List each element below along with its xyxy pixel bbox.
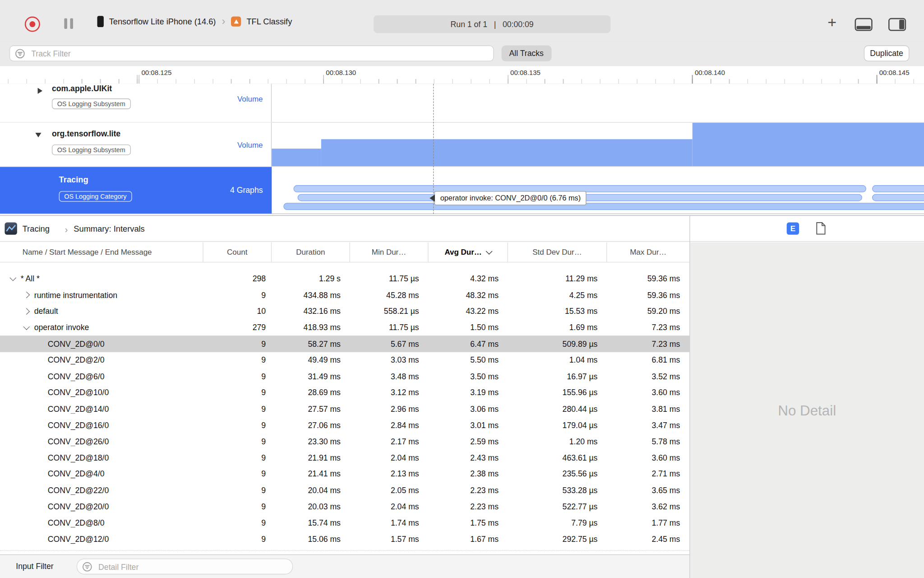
document-icon[interactable] bbox=[816, 222, 827, 238]
track-filter-field[interactable] bbox=[9, 46, 494, 61]
row-count: 9 bbox=[203, 340, 272, 349]
all-tracks-button[interactable]: All Tracks bbox=[502, 46, 551, 61]
table-row[interactable]: CONV_2D@0/0 9 58.27 ms 5.67 ms 6.47 ms 5… bbox=[0, 336, 689, 352]
device-target-selector[interactable]: Tensorflow Lite iPhone (14.6) › TFL Clas… bbox=[97, 13, 292, 30]
column-header-max[interactable]: Max Dur… bbox=[607, 242, 689, 262]
track-lane-tensorflow[interactable] bbox=[272, 123, 924, 167]
row-count: 9 bbox=[203, 405, 272, 414]
table-row[interactable]: CONV_2D@12/0 9 15.06 ms 1.57 ms 1.67 ms … bbox=[0, 531, 689, 547]
row-stddev-duration: 533.28 µs bbox=[508, 486, 607, 495]
row-stddev-duration: 7.79 µs bbox=[508, 518, 607, 527]
input-filter-label[interactable]: Input Filter bbox=[16, 555, 53, 578]
row-disclosure-icon[interactable] bbox=[23, 308, 30, 315]
row-name: CONV_2D@20/0 bbox=[48, 502, 109, 511]
row-disclosure-icon[interactable] bbox=[23, 292, 30, 298]
row-min-duration: 2.84 ms bbox=[350, 421, 429, 430]
column-header-duration[interactable]: Duration bbox=[272, 242, 350, 262]
device-name: Tensorflow Lite iPhone (14.6) bbox=[109, 17, 216, 26]
bottom-pane-toggle-button[interactable] bbox=[855, 18, 873, 33]
record-button[interactable] bbox=[25, 17, 40, 32]
table-row[interactable]: CONV_2D@4/0 9 21.41 ms 2.13 ms 2.38 ms 2… bbox=[0, 466, 689, 482]
bottom-bar: Input Filter bbox=[0, 555, 689, 578]
interval-bar[interactable] bbox=[872, 185, 924, 192]
disclosure-triangle-icon[interactable] bbox=[35, 133, 41, 137]
detail-filter-field[interactable] bbox=[77, 559, 293, 574]
row-duration: 434.88 ms bbox=[272, 291, 350, 300]
column-header-name[interactable]: Name / Start Message / End Message bbox=[0, 242, 203, 262]
breadcrumb-page[interactable]: Summary: Intervals bbox=[74, 216, 145, 242]
duplicate-button[interactable]: Duplicate bbox=[864, 46, 910, 61]
table-row[interactable]: CONV_2D@2/0 9 49.49 ms 3.03 ms 5.50 ms 1… bbox=[0, 352, 689, 368]
track-header-tracing[interactable]: Tracing OS Logging Category 4 Graphs bbox=[0, 167, 272, 214]
filter-icon bbox=[15, 48, 26, 61]
right-pane-toggle-button[interactable] bbox=[888, 18, 906, 33]
row-name: CONV_2D@14/0 bbox=[48, 405, 109, 414]
ruler-label: 00:08.130 bbox=[326, 69, 356, 76]
record-icon bbox=[29, 21, 35, 27]
table-row[interactable]: CONV_2D@22/0 9 20.04 ms 2.05 ms 2.23 ms … bbox=[0, 482, 689, 499]
row-count: 9 bbox=[203, 535, 272, 544]
table-row[interactable]: CONV_2D@6/0 9 31.49 ms 3.48 ms 3.50 ms 1… bbox=[0, 368, 689, 385]
track-header-uikit[interactable]: com.apple.UIKit OS Logging Subsystem Vol… bbox=[0, 84, 272, 122]
table-row[interactable]: CONV_2D@20/0 9 20.03 ms 2.04 ms 2.23 ms … bbox=[0, 499, 689, 515]
track-filter-input[interactable] bbox=[30, 46, 490, 62]
time-ruler[interactable]: 00:08.125 00:08.130 00:08.135 00:08.140 … bbox=[0, 66, 924, 84]
row-count: 9 bbox=[203, 421, 272, 430]
run-status: Run 1 of 1 | 00:00:09 bbox=[374, 15, 610, 33]
table-row[interactable]: CONV_2D@16/0 9 27.06 ms 2.84 ms 3.01 ms … bbox=[0, 417, 689, 434]
row-stddev-duration: 155.96 µs bbox=[508, 388, 607, 397]
table-body: * All * 298 1.29 s 11.75 µs 4.32 ms 11.2… bbox=[0, 262, 689, 555]
row-min-duration: 3.12 ms bbox=[350, 388, 429, 397]
table-row[interactable]: CONV_2D@8/0 9 15.74 ms 1.74 ms 1.75 ms 7… bbox=[0, 515, 689, 531]
breadcrumb-root[interactable]: Tracing bbox=[23, 216, 50, 242]
track-lane-tracing[interactable]: operator invoke: CONV_2D@0/0 (6.76 ms) bbox=[272, 167, 924, 214]
row-name-cell: operator invoke bbox=[0, 323, 203, 332]
row-name-cell: CONV_2D@12/0 bbox=[0, 535, 203, 544]
table-row[interactable]: * All * 298 1.29 s 11.75 µs 4.32 ms 11.2… bbox=[0, 271, 689, 287]
row-name-cell: CONV_2D@8/0 bbox=[0, 518, 203, 527]
column-header-min[interactable]: Min Dur… bbox=[350, 242, 429, 262]
track-lane-uikit[interactable] bbox=[272, 84, 924, 122]
ruler-label: 00:08.135 bbox=[510, 69, 541, 76]
table-row[interactable]: runtime instrumentation 9 434.88 ms 45.2… bbox=[0, 287, 689, 303]
sort-chevron-icon bbox=[485, 247, 492, 254]
table-row[interactable]: operator invoke 279 418.93 ms 11.75 µs 1… bbox=[0, 320, 689, 336]
toolbar: Tensorflow Lite iPhone (14.6) › TFL Clas… bbox=[0, 0, 924, 42]
table-row[interactable]: CONV_2D@18/0 9 21.91 ms 2.04 ms 2.43 ms … bbox=[0, 450, 689, 466]
column-header-stddev[interactable]: Std Dev Dur… bbox=[508, 242, 607, 262]
ruler-label: 00:08.125 bbox=[141, 69, 171, 76]
track-row-uikit: com.apple.UIKit OS Logging Subsystem Vol… bbox=[0, 84, 924, 122]
table-row[interactable]: default 10 432.16 ms 558.21 µs 43.22 ms … bbox=[0, 303, 689, 320]
row-name: default bbox=[34, 307, 58, 316]
table-row[interactable]: CONV_2D@10/0 9 28.69 ms 3.12 ms 3.19 ms … bbox=[0, 385, 689, 401]
row-avg-duration: 1.67 ms bbox=[429, 535, 508, 544]
column-header-avg[interactable]: Avg Dur… bbox=[429, 242, 508, 262]
row-name: CONV_2D@26/0 bbox=[48, 437, 109, 446]
row-name-cell: runtime instrumentation bbox=[0, 291, 203, 300]
row-disclosure-icon[interactable] bbox=[9, 275, 16, 281]
pane-divider[interactable] bbox=[689, 215, 690, 578]
column-header-count[interactable]: Count bbox=[203, 242, 272, 262]
table-row[interactable]: CONV_2D@14/0 9 27.57 ms 2.96 ms 3.06 ms … bbox=[0, 401, 689, 417]
add-instrument-button[interactable]: + bbox=[824, 14, 841, 31]
expanded-detail-button[interactable]: E bbox=[787, 222, 799, 234]
pause-button[interactable] bbox=[64, 18, 74, 29]
row-name-cell: CONV_2D@16/0 bbox=[0, 421, 203, 430]
filter-bar: All Tracks Duplicate bbox=[0, 41, 924, 66]
instruments-window: Tensorflow Lite iPhone (14.6) › TFL Clas… bbox=[0, 0, 924, 578]
row-name-cell: CONV_2D@0/0 bbox=[0, 340, 203, 349]
table-row[interactable]: CONV_2D@26/0 9 23.30 ms 2.17 ms 2.59 ms … bbox=[0, 434, 689, 450]
interval-bar[interactable] bbox=[283, 203, 924, 210]
row-duration: 58.27 ms bbox=[272, 340, 350, 349]
row-avg-duration: 43.22 ms bbox=[429, 307, 508, 316]
interval-bar[interactable] bbox=[872, 194, 924, 201]
track-header-tensorflow[interactable]: org.tensorflow.lite OS Logging Subsystem… bbox=[0, 123, 272, 167]
row-disclosure-icon[interactable] bbox=[23, 323, 30, 330]
volume-area-segment bbox=[272, 149, 321, 166]
row-min-duration: 2.96 ms bbox=[350, 405, 429, 414]
row-max-duration: 3.62 ms bbox=[607, 502, 689, 511]
detail-filter-input[interactable] bbox=[97, 559, 289, 575]
track-meta-label: 4 Graphs bbox=[230, 186, 263, 195]
disclosure-triangle-icon[interactable] bbox=[38, 88, 42, 94]
row-duration: 28.69 ms bbox=[272, 388, 350, 397]
